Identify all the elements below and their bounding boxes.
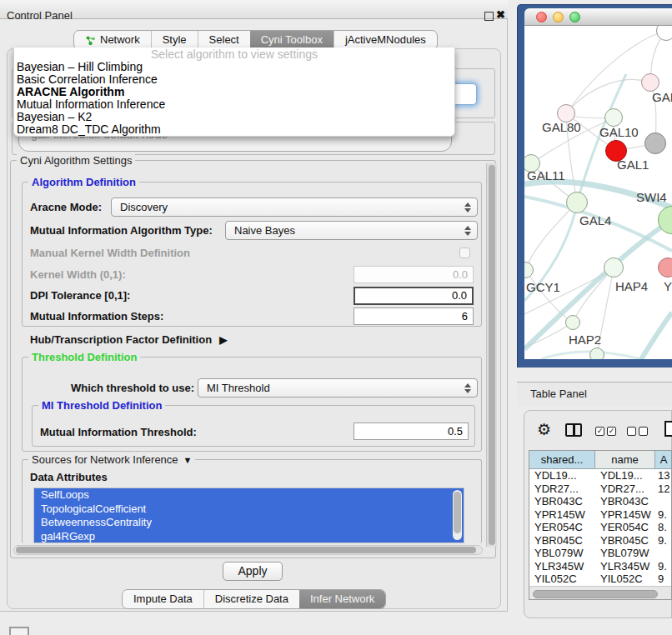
algorithm-option[interactable]: Bayesian – Hill Climbing <box>14 61 454 73</box>
node-label: HAP4 <box>615 279 648 293</box>
mi-steps-field[interactable]: 6 <box>354 308 474 325</box>
tab-label: jActiveMNodules <box>345 31 426 49</box>
network-node-gal4[interactable] <box>566 192 588 213</box>
table-row[interactable]: YBL079WYBL079W <box>529 547 671 560</box>
network-node[interactable] <box>644 132 666 154</box>
table-row[interactable]: YBR045CYBR045C9. <box>529 534 671 548</box>
tab-discretize-data[interactable]: Discretize Data <box>203 590 299 608</box>
unchecked-checkbox-icon[interactable] <box>627 427 636 436</box>
attribute-list-item[interactable]: SelfLoops <box>34 488 464 502</box>
network-node-swi4[interactable] <box>658 206 672 234</box>
table-row[interactable]: YLR345WYLR345W9. <box>529 560 671 573</box>
list-vertical-scrollbar[interactable] <box>453 490 462 540</box>
tab-cyni-toolbox[interactable]: Cyni Toolbox <box>250 31 333 49</box>
table-horizontal-scrollbar[interactable] <box>529 586 671 600</box>
table-cell: 9. <box>655 534 672 548</box>
split-view-icon[interactable] <box>565 423 582 437</box>
node-label: GAL <box>652 90 672 104</box>
dpi-tolerance-field[interactable]: 0.0 <box>354 287 474 305</box>
network-node-gal[interactable] <box>641 73 659 92</box>
tab-select[interactable]: Select <box>198 31 250 49</box>
mi-threshold-legend: MI Threshold Definition <box>38 399 165 412</box>
combo-stepper-icon <box>464 226 471 236</box>
zoom-traffic-light-icon[interactable] <box>569 12 580 22</box>
table-cell: YBR043C <box>595 495 655 508</box>
algorithm-option[interactable]: Bayesian – K2 <box>14 111 454 123</box>
kernel-width-field[interactable]: 0.0 <box>354 266 474 283</box>
table-cell: YIL052C <box>595 572 655 586</box>
attribute-list-item[interactable]: BetweennessCentrality <box>34 516 464 530</box>
table-column-header[interactable]: name <box>595 451 655 469</box>
tab-impute-data[interactable]: Impute Data <box>123 590 203 608</box>
collapsed-arrow-icon: ▶ <box>219 334 227 346</box>
settings-horizontal-scrollbar[interactable] <box>13 545 483 555</box>
which-threshold-value: MI Threshold <box>207 382 270 394</box>
checked-checkbox-icon[interactable]: ✓ <box>595 427 604 436</box>
sources-legend-label: Sources for Network Inference <box>32 453 178 466</box>
attribute-list-item[interactable]: TopologicalCoefficient <box>34 502 464 517</box>
network-icon <box>85 35 96 46</box>
table-row[interactable]: YER054CYER054C8. <box>529 521 671 534</box>
network-node-hap2[interactable] <box>565 315 580 330</box>
aracne-mode-combobox[interactable]: Discovery <box>111 198 478 217</box>
table-cell: YDL19... <box>529 469 595 482</box>
algorithm-option[interactable]: Mutual Information Inference <box>14 98 454 111</box>
algorithm-option[interactable]: ARACNE Algorithm <box>14 86 454 98</box>
unchecked-checkbox-icon[interactable] <box>639 427 648 436</box>
tab-infer-network[interactable]: Infer Network <box>299 590 385 608</box>
checked-checkbox-icon[interactable]: ✓ <box>607 427 616 436</box>
sources-legend[interactable]: Sources for Network Inference▼ <box>28 453 195 466</box>
data-attributes-list[interactable]: SelfLoopsTopologicalCoefficientBetweenne… <box>33 488 464 543</box>
table-row[interactable]: YDR27...YDR27...12 <box>529 482 671 496</box>
network-node-gcy1[interactable] <box>524 262 534 278</box>
table-cell: YLR345W <box>595 560 655 573</box>
float-window-icon[interactable] <box>484 12 494 21</box>
mi-type-combobox[interactable]: Naive Bayes <box>225 221 478 240</box>
algorithm-option[interactable]: Basic Correlation Inference <box>14 73 454 86</box>
attribute-list-item[interactable]: gal4RGexp <box>34 530 464 544</box>
hub-definition-toggle[interactable]: Hub/Transcription Factor Definition▶ <box>30 333 227 346</box>
mi-threshold-field[interactable]: 0.5 <box>354 422 469 440</box>
which-threshold-label: Which threshold to use: <box>71 382 194 394</box>
apply-button[interactable]: Apply <box>223 562 283 581</box>
network-node-gal10[interactable] <box>604 108 623 127</box>
table-cell: YLR345W <box>529 560 595 573</box>
network-view[interactable]: GALGAL80GAL10GAL1GAL11GAL4SWI4GCY1HAP4YH… <box>524 26 672 359</box>
network-node[interactable] <box>656 26 672 41</box>
node-label: SWI4 <box>636 190 667 204</box>
algorithm-option[interactable]: Dream8 DC_TDC Algorithm <box>14 123 454 136</box>
table-column-header[interactable]: shared... <box>529 451 595 469</box>
close-traffic-light-icon[interactable] <box>536 12 547 22</box>
tab-label: Discretize Data <box>215 590 288 608</box>
network-node-hap4[interactable] <box>604 258 624 278</box>
table-row[interactable]: YDL19...YDL19...13 <box>529 469 671 482</box>
partial-panel-icon[interactable] <box>9 627 29 635</box>
manual-kernel-label: Manual Kernel Width Definition <box>30 247 190 259</box>
network-window-titlebar[interactable] <box>524 8 672 26</box>
table-column-header[interactable]: A <box>655 451 672 469</box>
table-row[interactable]: YBR043CYBR043C <box>529 495 671 508</box>
node-label: GAL11 <box>527 168 565 182</box>
expanded-arrow-icon: ▼ <box>183 455 193 465</box>
network-node-y[interactable] <box>658 258 672 278</box>
node-attribute-table[interactable]: shared...nameA YDL19...YDL19...13YDR27..… <box>529 450 672 600</box>
table-cell: YBR045C <box>595 534 655 548</box>
minimize-traffic-light-icon[interactable] <box>553 12 564 22</box>
gear-icon[interactable]: ⚙ <box>537 420 551 439</box>
table-row[interactable]: YIL052CYIL052C9 <box>529 572 671 586</box>
table-row[interactable]: YPR145WYPR145W9. <box>529 508 671 522</box>
settings-vertical-scrollbar[interactable] <box>486 163 497 547</box>
table-cell: YER054C <box>529 521 595 534</box>
document-icon[interactable] <box>664 421 672 437</box>
tab-label: Select <box>209 31 239 49</box>
tab-jactivemnodules[interactable]: jActiveMNodules <box>333 31 437 49</box>
which-threshold-combobox[interactable]: MI Threshold <box>198 378 478 398</box>
close-icon[interactable]: ✖ <box>496 8 505 21</box>
aracne-mode-label: Aracne Mode: <box>30 201 102 213</box>
manual-kernel-checkbox[interactable] <box>459 248 470 258</box>
control-panel-titlebar[interactable] <box>0 0 508 19</box>
table-cell: YER054C <box>595 521 655 534</box>
tab-style[interactable]: Style <box>151 31 198 49</box>
tab-network[interactable]: Network <box>74 31 151 49</box>
network-node[interactable] <box>589 348 604 359</box>
